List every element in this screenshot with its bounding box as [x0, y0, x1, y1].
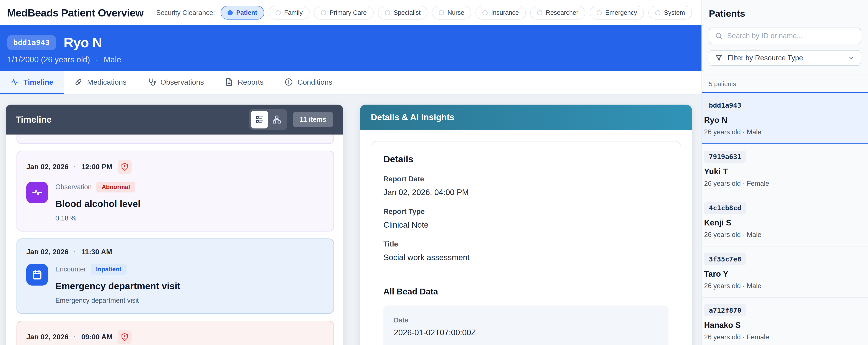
radio-icon — [483, 10, 488, 15]
timeline-card-encounter[interactable]: Jan 02, 2026 · 11:30 AM Encounter — [17, 239, 334, 314]
patient-name: Hanako S — [704, 321, 868, 330]
security-clearance-group: Security Clearance: Patient Family Prima… — [156, 6, 692, 20]
patient-name: Taro Y — [704, 270, 868, 279]
patient-count: 5 patients — [709, 74, 861, 92]
pill-icon — [74, 78, 83, 86]
patient-meta: 26 years old · Female — [704, 333, 868, 341]
timeline-card-condition[interactable]: Jan 02, 2026 · 09:00 AM — [17, 321, 334, 345]
bead-data-box: Date 2026-01-02T07:00:00Z Description Pa… — [383, 306, 669, 345]
activity-icon — [10, 78, 19, 86]
timeline-card-observation[interactable]: Jan 02, 2026 · 12:00 PM — [17, 151, 334, 231]
resource-type-filter[interactable]: Filter by Resource Type — [709, 50, 861, 66]
status-badge: Abnormal — [96, 182, 135, 192]
stethoscope-icon — [147, 78, 156, 86]
radio-icon — [439, 10, 444, 15]
tab-medications[interactable]: Medications — [64, 71, 137, 94]
search-input[interactable] — [727, 32, 855, 40]
patient-meta: 1/1/2000 (26 years old) · Male — [7, 55, 694, 64]
patient-meta: 26 years old · Male — [704, 128, 868, 136]
radio-icon — [321, 10, 326, 15]
role-pill-nurse[interactable]: Nurse — [432, 6, 471, 20]
list-view-button[interactable] — [251, 111, 268, 128]
radio-icon — [655, 10, 660, 15]
role-pill-insurance[interactable]: Insurance — [475, 6, 526, 20]
patient-list-item[interactable]: 4c1cb8cd Kenji S 26 years old · Male — [702, 195, 868, 247]
bead-date-label: Date — [394, 316, 658, 324]
card-time: 12:00 PM — [82, 163, 113, 171]
card-date: Jan 02, 2026 — [26, 333, 69, 341]
patients-sidebar: Patients Filter by Resource Type 5 patie… — [702, 0, 868, 345]
card-description: Emergency department visit — [55, 296, 180, 305]
chevron-down-icon — [847, 54, 855, 62]
patient-name: Ryo N — [64, 35, 102, 50]
field-label-report-type: Report Type — [383, 208, 669, 216]
radio-icon — [385, 10, 390, 15]
app-header: MedBeads Patient Overview Security Clear… — [0, 0, 702, 25]
main-panels: Timeline 11 items — [0, 95, 702, 345]
radio-icon — [276, 10, 281, 15]
tree-view-icon — [272, 115, 282, 124]
role-pill-emergency[interactable]: Emergency — [590, 6, 644, 20]
role-pill-family[interactable]: Family — [269, 6, 310, 20]
tab-bar: Timeline Medications Observations Report… — [0, 71, 702, 95]
bead-date-value: 2026-01-02T07:00:00Z — [394, 328, 658, 337]
field-value-report-type: Clinical Note — [383, 220, 669, 229]
items-count-badge: 11 items — [293, 112, 333, 127]
filter-icon — [715, 54, 723, 62]
file-text-icon — [225, 78, 234, 86]
timeline-panel: Timeline 11 items — [6, 104, 343, 345]
patient-search — [709, 28, 861, 44]
patient-name: Ryo N — [704, 116, 868, 125]
patient-id-badge: a712f870 — [704, 304, 746, 316]
patient-id-badge: 4c1cb8cd — [704, 202, 746, 214]
patient-id-badge: 7919a631 — [704, 151, 746, 163]
bead-data-title: All Bead Data — [383, 287, 669, 296]
tab-observations[interactable]: Observations — [137, 71, 214, 94]
tab-conditions[interactable]: Conditions — [274, 71, 343, 94]
field-label-report-date: Report Date — [383, 175, 669, 183]
divider — [383, 275, 669, 275]
patient-banner: bdd1a943 Ryo N 1/1/2000 (26 years old) ·… — [0, 25, 702, 71]
details-panel-header: Details & AI Insights — [360, 104, 692, 130]
field-value-report-date: Jan 02, 2026, 04:00 PM — [383, 188, 669, 197]
alert-circle-icon — [284, 78, 293, 86]
role-pill-researcher[interactable]: Researcher — [530, 6, 585, 20]
patient-list-item[interactable]: a712f870 Hanako S 26 years old · Female — [702, 298, 868, 345]
patient-meta: 26 years old · Male — [704, 231, 868, 239]
role-pill-specialist[interactable]: Specialist — [378, 6, 428, 20]
patient-list-item-selected[interactable]: bdd1a943 Ryo N 26 years old · Male — [702, 92, 868, 144]
timeline-card-partial[interactable] — [17, 134, 334, 144]
patient-id-badge: bdd1a943 — [704, 99, 746, 111]
patient-list-item[interactable]: 7919a631 Yuki T 26 years old · Female — [702, 144, 868, 195]
card-date: Jan 02, 2026 — [26, 248, 69, 256]
card-value: 0.18 % — [55, 214, 141, 222]
patient-list-item[interactable]: 3f35c7e8 Taro Y 26 years old · Male — [702, 247, 868, 298]
radio-icon — [537, 10, 542, 15]
tab-reports[interactable]: Reports — [214, 71, 274, 94]
separator-dot: · — [96, 56, 98, 64]
patient-id-badge: bdd1a943 — [7, 35, 56, 50]
tab-timeline[interactable]: Timeline — [0, 71, 64, 94]
patient-id-badge: 3f35c7e8 — [704, 253, 746, 265]
tree-view-button[interactable] — [268, 111, 285, 128]
patient-meta: 26 years old · Female — [704, 180, 868, 187]
patient-name: Yuki T — [704, 167, 868, 176]
field-label-title: Title — [383, 240, 669, 248]
role-pill-primary-care[interactable]: Primary Care — [314, 6, 374, 20]
security-clearance-label: Security Clearance: — [156, 9, 215, 17]
card-title: Emergency department visit — [55, 281, 180, 291]
card-time: 11:30 AM — [82, 248, 112, 256]
role-pill-patient[interactable]: Patient — [221, 6, 264, 20]
activity-icon — [26, 182, 48, 203]
search-icon — [715, 32, 723, 40]
card-date: Jan 02, 2026 — [26, 163, 69, 171]
separator-dot: · — [74, 333, 76, 341]
role-pill-system[interactable]: System — [648, 6, 692, 20]
card-type: Encounter — [55, 265, 86, 273]
radio-icon — [597, 10, 602, 15]
patient-dob: 1/1/2000 (26 years old) — [7, 55, 90, 64]
page: MedBeads Patient Overview Security Clear… — [0, 0, 868, 345]
sidebar-title: Patients — [709, 8, 861, 19]
patient-meta: 26 years old · Male — [704, 282, 868, 290]
card-time: 09:00 AM — [82, 333, 113, 341]
